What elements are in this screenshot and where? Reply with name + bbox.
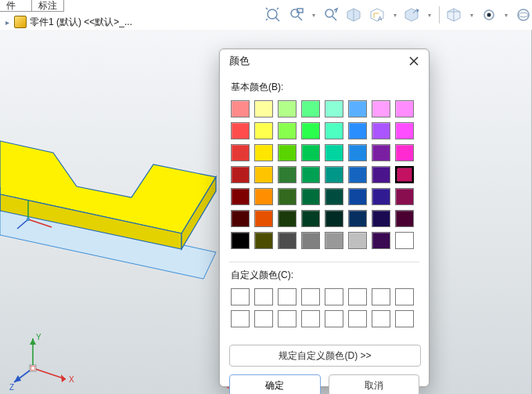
basic-color-swatch[interactable] xyxy=(278,144,297,161)
basic-color-swatch[interactable] xyxy=(254,144,273,161)
basic-color-swatch[interactable] xyxy=(348,232,367,249)
basic-color-swatch[interactable] xyxy=(278,188,297,205)
basic-color-swatch[interactable] xyxy=(395,100,414,117)
display-style-icon[interactable]: A xyxy=(369,5,386,24)
basic-color-swatch[interactable] xyxy=(372,210,390,227)
basic-color-swatch[interactable] xyxy=(254,188,273,205)
basic-color-swatch[interactable] xyxy=(348,166,367,183)
view-orientation-icon[interactable] xyxy=(480,5,498,24)
basic-color-swatch[interactable] xyxy=(301,210,320,227)
basic-color-swatch[interactable] xyxy=(325,166,343,183)
basic-color-swatch[interactable] xyxy=(325,232,343,249)
view-orientation-dropdown-icon[interactable]: ▾ xyxy=(504,5,509,24)
basic-color-swatch[interactable] xyxy=(395,122,414,139)
basic-color-swatch[interactable] xyxy=(372,232,390,249)
custom-color-swatch[interactable] xyxy=(254,310,273,327)
hide-show-icon[interactable] xyxy=(404,5,421,24)
tree-expand-icon[interactable]: ▸ xyxy=(3,18,11,26)
zoom-dropdown-icon[interactable]: ▾ xyxy=(311,5,316,24)
ribbon-tab-1[interactable]: 标注 xyxy=(32,0,64,12)
basic-color-swatch[interactable] xyxy=(372,122,390,139)
basic-color-swatch[interactable] xyxy=(231,166,250,183)
basic-color-swatch[interactable] xyxy=(372,166,390,183)
basic-color-swatch[interactable] xyxy=(395,166,414,183)
basic-color-swatch[interactable] xyxy=(325,210,343,227)
custom-color-swatch[interactable] xyxy=(278,288,297,305)
close-icon[interactable] xyxy=(407,54,421,68)
basic-color-swatch[interactable] xyxy=(278,122,297,139)
basic-color-swatch[interactable] xyxy=(301,100,320,117)
perspective-icon[interactable] xyxy=(446,5,463,24)
custom-colors-label: 自定义颜色(C): xyxy=(231,269,419,282)
basic-color-swatch[interactable] xyxy=(325,144,343,161)
custom-color-swatch[interactable] xyxy=(231,310,250,327)
ribbon-tab-0[interactable]: 件 xyxy=(0,0,32,12)
basic-colors-label: 基本颜色(B): xyxy=(231,81,419,94)
basic-color-swatch[interactable] xyxy=(254,232,273,249)
basic-color-swatch[interactable] xyxy=(395,210,414,227)
basic-color-swatch[interactable] xyxy=(372,100,390,117)
custom-color-swatch[interactable] xyxy=(348,310,367,327)
hide-show-dropdown-icon[interactable]: ▾ xyxy=(427,5,432,24)
basic-color-swatch[interactable] xyxy=(278,166,297,183)
svg-point-20 xyxy=(27,218,30,221)
appearance-icon[interactable] xyxy=(515,5,532,24)
feature-tree-item[interactable]: ▸ 零件1 (默认) <<默认>_... xyxy=(3,15,160,29)
custom-colors-grid xyxy=(229,287,419,331)
basic-color-swatch[interactable] xyxy=(301,166,320,183)
basic-color-swatch[interactable] xyxy=(231,122,250,139)
basic-color-swatch[interactable] xyxy=(278,210,297,227)
basic-color-swatch[interactable] xyxy=(372,188,390,205)
custom-color-swatch[interactable] xyxy=(372,288,390,305)
basic-color-swatch[interactable] xyxy=(372,144,390,161)
basic-color-swatch[interactable] xyxy=(301,232,320,249)
basic-color-swatch[interactable] xyxy=(254,166,273,183)
custom-color-swatch[interactable] xyxy=(325,288,343,305)
origin-triad-icon xyxy=(16,196,63,243)
section-view-icon[interactable] xyxy=(346,5,363,24)
basic-color-swatch[interactable] xyxy=(348,144,367,161)
basic-color-swatch[interactable] xyxy=(395,232,414,249)
custom-color-swatch[interactable] xyxy=(231,288,250,305)
basic-color-swatch[interactable] xyxy=(301,188,320,205)
basic-color-swatch[interactable] xyxy=(231,144,250,161)
ok-button[interactable]: 确定 xyxy=(229,374,321,394)
basic-color-swatch[interactable] xyxy=(254,100,273,117)
custom-color-swatch[interactable] xyxy=(395,288,414,305)
svg-point-14 xyxy=(518,9,529,20)
basic-color-swatch[interactable] xyxy=(348,122,367,139)
basic-color-swatch[interactable] xyxy=(325,188,343,205)
zoom-window-icon[interactable] xyxy=(288,5,305,24)
basic-color-swatch[interactable] xyxy=(348,188,367,205)
prev-view-icon[interactable] xyxy=(322,5,340,24)
basic-color-swatch[interactable] xyxy=(231,188,250,205)
basic-color-swatch[interactable] xyxy=(395,144,414,161)
define-custom-color-button[interactable]: 规定自定义颜色(D) >> xyxy=(229,345,421,367)
cancel-button[interactable]: 取消 xyxy=(329,374,420,394)
basic-color-swatch[interactable] xyxy=(231,232,250,249)
custom-color-swatch[interactable] xyxy=(301,288,320,305)
basic-color-swatch[interactable] xyxy=(325,100,343,117)
basic-color-swatch[interactable] xyxy=(278,100,297,117)
custom-color-swatch[interactable] xyxy=(301,310,320,327)
basic-color-swatch[interactable] xyxy=(254,210,273,227)
basic-color-swatch[interactable] xyxy=(325,122,343,139)
basic-color-swatch[interactable] xyxy=(348,100,367,117)
basic-color-swatch[interactable] xyxy=(301,122,320,139)
basic-color-swatch[interactable] xyxy=(301,144,320,161)
custom-color-swatch[interactable] xyxy=(325,310,343,327)
custom-color-swatch[interactable] xyxy=(348,288,367,305)
basic-color-swatch[interactable] xyxy=(395,188,414,205)
custom-color-swatch[interactable] xyxy=(254,288,273,305)
perspective-dropdown-icon[interactable]: ▾ xyxy=(469,5,474,24)
basic-color-swatch[interactable] xyxy=(278,232,297,249)
basic-color-swatch[interactable] xyxy=(254,122,273,139)
custom-color-swatch[interactable] xyxy=(395,310,414,327)
zoom-fit-icon[interactable] xyxy=(264,5,282,24)
custom-color-swatch[interactable] xyxy=(278,310,297,327)
basic-color-swatch[interactable] xyxy=(348,210,367,227)
basic-color-swatch[interactable] xyxy=(231,100,250,117)
display-style-dropdown-icon[interactable]: ▾ xyxy=(393,5,397,24)
basic-color-swatch[interactable] xyxy=(231,210,250,227)
custom-color-swatch[interactable] xyxy=(372,310,390,327)
